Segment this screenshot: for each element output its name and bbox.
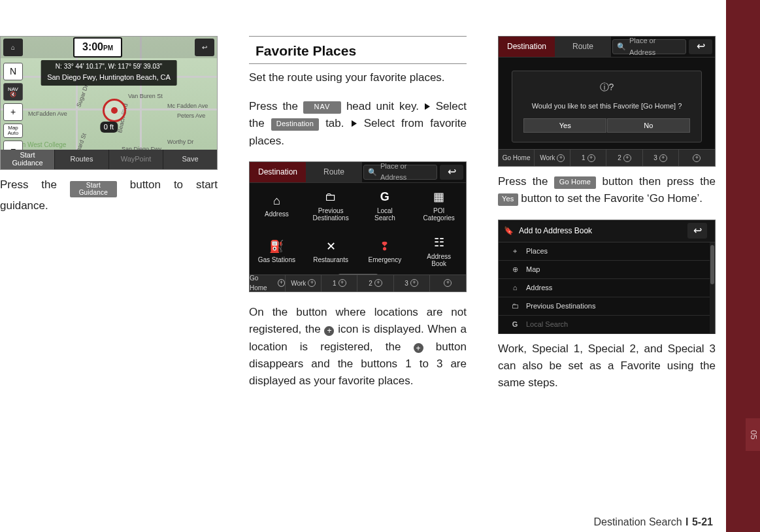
footer-section: Destination Search [593,516,682,527]
confirm-yes-button[interactable]: Yes [523,118,606,133]
footer-page: 5-21 [692,516,713,527]
label: POICategories [423,207,454,222]
tab-route[interactable]: Route [306,162,362,182]
back-icon[interactable]: ↩ [440,165,463,180]
grid-gas[interactable]: ⛽Gas Stations [250,229,304,274]
map-side-controls: N NAV🔇 + MapAuto − [3,63,23,158]
text: button to set the Favorite ‘Go Home’. [521,192,702,205]
text: tab. [325,117,350,129]
addr-list: ⌖Places ⊕Map ⌂Address 🗀Previous Destinat… [499,242,715,334]
search-icon: 🔍 [617,41,626,52]
triangle-icon [425,103,430,110]
fav-2[interactable]: 2+ [357,275,393,291]
fav-go-home[interactable]: Go Home [499,150,535,166]
label: Work [540,153,555,163]
save-button[interactable]: Save [163,150,217,169]
place-search-input[interactable]: 🔍 Place or Address [612,39,686,54]
text: Press the [249,100,303,112]
map-gps-readout: N: 33° 44' 10.17", W: 117° 59' 39.03" Sa… [41,60,177,86]
fav-2[interactable]: 2+ [606,150,642,166]
back-icon[interactable]: ↩ [689,39,712,54]
search-icon: 🔍 [368,167,377,178]
back-icon[interactable]: ↩ [195,39,214,56]
grid-restaurants[interactable]: ✕Restaurants [304,229,358,274]
text: button then press the [603,175,716,188]
placeholder-text: Place or Address [380,161,433,183]
grid-local-search[interactable]: GLocalSearch [358,183,412,229]
bookmark-icon: 🔖 [504,225,514,237]
plus-icon: + [623,154,631,162]
map-road-label: McFadden Ave [28,110,67,119]
map-road-label: Van Buren St [128,92,163,101]
page-footer: Destination Search I 5-21 [593,516,713,528]
plus-icon: + [659,154,667,162]
label: 3 [653,153,657,163]
fav-next[interactable]: + [430,275,466,291]
grid-emergency[interactable]: ❢Emergency [358,229,412,274]
addr-row-prev[interactable]: 🗀Previous Destinations [499,297,715,316]
map-auto-button[interactable]: MapAuto [3,124,23,138]
fuel-icon: ⛽ [268,239,285,254]
tab-route[interactable]: Route [555,37,611,57]
text: head unit key. [346,100,424,112]
map-road-label: Mc Fadden Ave [167,102,208,111]
col2-intro: Set the route using your favorite places… [249,69,467,86]
placeholder-text: Place or Address [629,35,682,58]
title-text: Add to Address Book [519,225,592,237]
north-up-button[interactable]: N [3,63,23,80]
gps-address: San Diego Fwy, Huntington Beach, CA [47,72,171,83]
addr-row-address[interactable]: ⌂Address [499,279,715,297]
plus-icon: + [587,154,595,162]
label: Map [526,264,540,275]
gps-coords: N: 33° 44' 10.17", W: 117° 59' 39.03" [47,61,171,72]
label: Gas Stations [258,256,295,263]
fav-3[interactable]: 3+ [643,150,679,166]
confirm-dialog: ⓘ?? Would you like to set this Favorite … [512,71,702,142]
plus-icon: + [557,154,565,162]
waypoint-button[interactable]: WayPoint [109,150,163,169]
place-search-input[interactable]: 🔍 Place or Address [363,165,437,180]
back-icon[interactable]: ↩ [687,223,707,239]
screenshot-add-address-book: 🔖Add to Address Book ↩ ⌖Places ⊕Map ⌂Add… [498,220,716,334]
start-guidance-button[interactable]: StartGuidance [1,150,54,169]
fav-1[interactable]: 1+ [570,150,606,166]
grid-poi[interactable]: ▦POICategories [412,183,466,229]
confirm-no-button[interactable]: No [607,118,690,133]
tab-destination[interactable]: Destination [250,162,306,182]
fav-go-home[interactable]: Go Home+ [250,275,286,291]
fav-next[interactable]: + [679,150,715,166]
label: 2 [369,278,372,289]
column-3: Destination Route 🔍 Place or Address ↩ ⌂… [498,36,716,532]
addr-row-places[interactable]: ⌖Places [499,242,715,261]
addr-row-local-search[interactable]: GLocal Search [499,316,715,334]
label: Address [526,282,552,293]
grid-address-book[interactable]: ☷AddressBook [412,229,466,274]
zoom-in-button[interactable]: + [3,103,23,121]
col2-paragraph-1: Press the NAV head unit key. Select the … [249,98,467,150]
screenshot-confirm: Destination Route 🔍 Place or Address ↩ ⌂… [498,36,716,167]
addr-row-map[interactable]: ⊕Map [499,261,715,279]
house-icon: ⌂ [510,282,520,293]
grid-previous-dest[interactable]: 🗀PreviousDestinations [304,183,358,229]
side-thumb-strip: 05 [726,0,760,532]
routes-button[interactable]: Routes [55,150,108,169]
label: Address [265,210,289,218]
tab-destination[interactable]: Destination [499,37,555,57]
home-icon[interactable]: ⌂ [3,39,23,56]
map-top-bar: ⌂ 3:00PM ↩ [1,37,217,58]
plus-icon: + [278,279,285,287]
grid-address[interactable]: ⌂Address [250,183,304,229]
fav-3[interactable]: 3+ [394,275,430,291]
column-1: lesley Dr McFadden Ave Sugar Dr Beach Bl… [0,36,218,532]
chapter-tab-05[interactable]: 05 [746,418,760,451]
fav-work[interactable]: Work+ [535,150,570,166]
fav-1[interactable]: 1+ [322,275,357,291]
destination-inline-button: Destination [271,118,319,131]
label: Previous Destinations [526,301,595,312]
nav-mode-button[interactable]: NAV🔇 [3,83,23,101]
footer-sep: I [686,516,688,527]
label: Work [291,278,306,289]
fav-work[interactable]: Work+ [286,275,322,291]
scrollbar[interactable] [710,242,715,333]
col3-paragraph-2: Work, Special 1, Special 2, and Special … [498,341,716,392]
